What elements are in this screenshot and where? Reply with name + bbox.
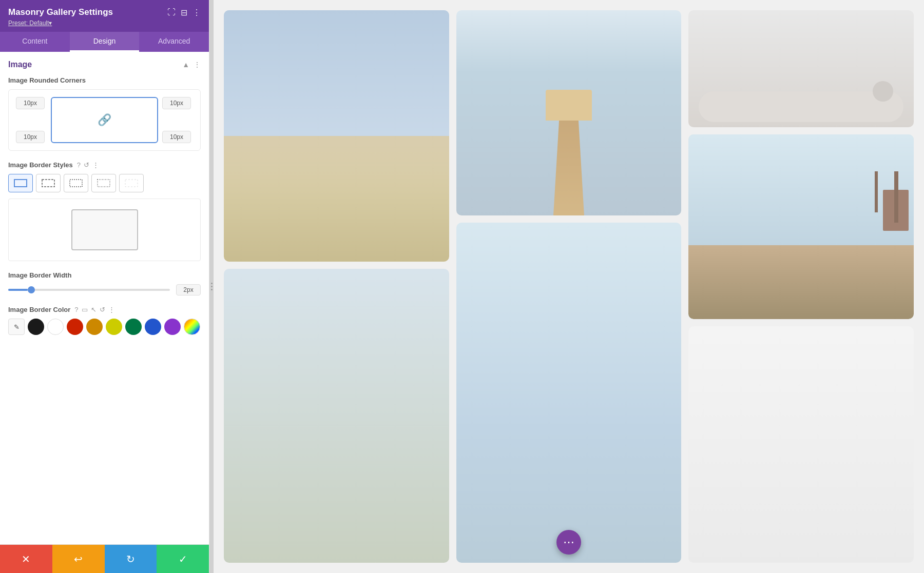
border-width-label: Image Border Width: [8, 271, 201, 279]
gallery-item-sofa[interactable]: [688, 10, 914, 127]
border-width-slider-thumb[interactable]: [28, 286, 35, 293]
color-edit-swatch[interactable]: ✎: [8, 319, 25, 335]
redo-button[interactable]: ↻: [105, 545, 157, 573]
border-style-dashed-medium[interactable]: [64, 174, 88, 192]
border-style-options: [8, 174, 201, 192]
border-styles-header: Image Border Styles ? ↺ ⋮: [8, 161, 201, 169]
color-blue-swatch[interactable]: [145, 319, 161, 335]
sidebar-title: Masonry Gallery Settings: [8, 7, 113, 17]
border-width-value[interactable]: 2px: [176, 284, 201, 295]
color-gradient-swatch[interactable]: [184, 319, 200, 335]
border-preview-center: 🔗: [51, 97, 158, 143]
gallery-column-3: [688, 10, 914, 563]
svg-rect-2: [70, 180, 82, 187]
redo-icon: ↻: [126, 553, 135, 565]
gallery-item-ocean[interactable]: ⋯: [456, 223, 682, 563]
gallery-item-light[interactable]: [688, 134, 914, 319]
save-icon: ✓: [179, 553, 187, 565]
gallery-item-pier[interactable]: [456, 10, 682, 215]
gallery-item-dock[interactable]: [688, 326, 914, 563]
tab-design[interactable]: Design: [70, 32, 140, 52]
color-swatches: ✎: [8, 319, 201, 335]
color-red-swatch[interactable]: [67, 319, 83, 335]
sidebar-preset[interactable]: Preset: Default▾: [8, 19, 201, 27]
color-more-icon[interactable]: ⋮: [108, 306, 115, 313]
tab-advanced[interactable]: Advanced: [139, 32, 209, 52]
corner-bottom-right-input[interactable]: [162, 131, 191, 143]
border-style-solid[interactable]: [8, 174, 33, 192]
cancel-button[interactable]: ✕: [0, 545, 52, 573]
fab-icon: ⋯: [563, 536, 574, 549]
border-color-icons: ? ▭ ↖ ↺ ⋮: [74, 306, 114, 313]
corner-top-left-input[interactable]: [16, 97, 45, 109]
gallery-item-rope[interactable]: [224, 269, 449, 563]
cancel-icon: ✕: [22, 553, 30, 565]
color-white-swatch[interactable]: [47, 319, 64, 335]
rounded-corners-container: 🔗: [8, 89, 201, 151]
section-header-icons: ▲ ⋮: [182, 61, 201, 69]
sidebar-footer: ✕ ↩ ↻ ✓: [0, 544, 209, 573]
color-black-swatch[interactable]: [28, 319, 44, 335]
link-icon[interactable]: 🔗: [98, 113, 111, 127]
border-inner-preview: [71, 209, 138, 250]
border-reset-icon[interactable]: ↺: [84, 161, 89, 169]
sidebar: Masonry Gallery Settings ⛶ ⊟ ⋮ Preset: D…: [0, 0, 209, 573]
section-header: Image ▲ ⋮: [8, 60, 201, 69]
border-style-dashed-heavy[interactable]: [91, 174, 116, 192]
border-more-icon[interactable]: ⋮: [92, 161, 99, 169]
resize-handle[interactable]: [209, 0, 214, 573]
sidebar-header: Masonry Gallery Settings ⛶ ⊟ ⋮ Preset: D…: [0, 0, 209, 32]
collapse-icon[interactable]: ▲: [182, 61, 189, 69]
save-button[interactable]: ✓: [157, 545, 209, 573]
reset-button[interactable]: ↩: [52, 545, 105, 573]
more-icon[interactable]: ⋮: [192, 8, 201, 17]
color-cursor-icon[interactable]: ↖: [91, 306, 97, 313]
svg-rect-0: [14, 180, 27, 187]
tab-content[interactable]: Content: [0, 32, 70, 52]
corner-bottom-left-input[interactable]: [16, 131, 45, 143]
border-width-slider-row: 2px: [8, 284, 201, 295]
border-width-slider-track[interactable]: [8, 289, 170, 291]
color-help-icon[interactable]: ?: [74, 306, 78, 313]
border-width-slider-fill: [8, 289, 28, 291]
border-color-header: Image Border Color ? ▭ ↖ ↺ ⋮: [8, 306, 201, 313]
color-reset-icon[interactable]: ↺: [100, 306, 105, 313]
border-color-label: Image Border Color: [8, 306, 70, 313]
corner-top-right-input[interactable]: [162, 97, 191, 109]
expand-icon[interactable]: ⛶: [167, 8, 176, 17]
masonry-gallery: ⋯: [224, 10, 914, 563]
svg-rect-4: [125, 180, 138, 187]
main-content: ⋯: [214, 0, 924, 573]
border-styles-label: Image Border Styles: [8, 161, 73, 169]
section-more-icon[interactable]: ⋮: [194, 61, 201, 69]
border-help-icon[interactable]: ?: [77, 161, 81, 169]
color-picker-icon[interactable]: ▭: [82, 306, 88, 313]
gallery-column-2: ⋯: [456, 10, 682, 563]
section-title: Image: [8, 60, 32, 69]
border-preview-box: [8, 199, 201, 261]
gallery-column-1: [224, 10, 449, 563]
gallery-item-beach[interactable]: [224, 10, 449, 262]
rounded-corners-label: Image Rounded Corners: [8, 76, 201, 84]
color-purple-swatch[interactable]: [164, 319, 181, 335]
columns-icon[interactable]: ⊟: [181, 8, 187, 17]
svg-rect-1: [42, 180, 54, 187]
border-style-none[interactable]: [119, 174, 144, 192]
color-orange-swatch[interactable]: [86, 319, 103, 335]
sidebar-header-icons: ⛶ ⊟ ⋮: [167, 8, 201, 17]
color-green-swatch[interactable]: [125, 319, 142, 335]
border-style-dashed-light[interactable]: [36, 174, 61, 192]
border-styles-icons: ? ↺ ⋮: [77, 161, 99, 169]
color-yellow-swatch[interactable]: [106, 319, 122, 335]
reset-icon: ↩: [74, 553, 83, 565]
gallery-fab[interactable]: ⋯: [556, 530, 581, 555]
sidebar-body: Image ▲ ⋮ Image Rounded Corners 🔗: [0, 52, 209, 544]
sidebar-tabs: Content Design Advanced: [0, 32, 209, 52]
svg-rect-3: [98, 180, 110, 187]
